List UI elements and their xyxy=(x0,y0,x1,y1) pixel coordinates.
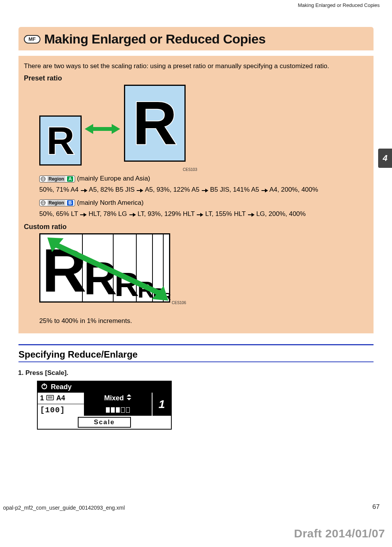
lcd-zoom: [100] xyxy=(40,406,65,415)
footer-page-number: 67 xyxy=(372,503,380,511)
ratio-part: A5, 93%, 122% A5 xyxy=(143,186,201,193)
region-label: Region xyxy=(47,176,65,182)
region-a-note: (mainly Europe and Asia) xyxy=(77,175,150,182)
ratio-part: 50%, 71% A4 xyxy=(39,186,80,193)
custom-figure: R R R R R R CES106 xyxy=(39,233,368,314)
ratio-part: 50%, 65% LT xyxy=(39,210,80,217)
preset-figure: R R CES103 xyxy=(39,85,368,169)
lcd-paper-size: A4 xyxy=(56,394,65,402)
region-a-line: Region A (mainly Europe and Asia) xyxy=(39,175,368,182)
svg-rect-2 xyxy=(92,127,112,131)
lcd-panel: Ready 1 A4 M xyxy=(37,381,172,430)
tray-icon xyxy=(46,394,54,402)
arrow-right-icon xyxy=(201,186,208,193)
ratio-part: A5, 82% B5 JIS xyxy=(87,186,137,193)
svg-marker-20 xyxy=(133,213,136,217)
lcd-row-2: [100] xyxy=(38,404,152,416)
steps-list: Press [Scale]. Ready 1 xyxy=(25,369,374,430)
region-letter: A xyxy=(67,176,74,182)
region-b-note: (mainly North America) xyxy=(77,199,144,206)
preset-large-r: R xyxy=(132,92,177,154)
lcd-copies: 1 xyxy=(152,393,171,416)
diagonal-double-arrow-icon xyxy=(40,234,171,304)
figure-caption: CES103 xyxy=(183,167,197,172)
lcd-status: Ready xyxy=(51,383,72,391)
ratio-part: B5 JIS, 141% A5 xyxy=(208,186,261,193)
arrow-right-icon xyxy=(80,210,87,217)
ratio-part: A4, 200%, 400% xyxy=(268,186,318,193)
arrow-right-icon xyxy=(80,186,87,193)
arrow-right-icon xyxy=(196,210,203,217)
svg-marker-11 xyxy=(205,189,208,192)
rule-top xyxy=(18,344,374,345)
page-content: MF Making Enlarged or Reduced Copies The… xyxy=(18,27,374,433)
ratio-part: LT, 93%, 129% HLT xyxy=(136,210,197,217)
ratio-part: LT, 155% HLT xyxy=(203,210,247,217)
custom-heading: Custom ratio xyxy=(24,223,368,231)
preset-small-r: R xyxy=(47,121,74,160)
intro-text: There are two ways to set the scaling ra… xyxy=(24,61,368,71)
section-title: Specifying Reduce/Enlarge xyxy=(18,349,374,360)
region-b-line: Region B (mainly North America) xyxy=(39,199,368,207)
mf-badge: MF xyxy=(24,35,40,43)
body-area: There are two ways to set the scaling ra… xyxy=(18,56,374,333)
chapter-side-tab: 4 xyxy=(378,149,392,168)
lcd-density-bar xyxy=(84,404,152,416)
svg-marker-1 xyxy=(112,124,120,134)
svg-line-27 xyxy=(54,244,162,294)
region-a-badge: Region A xyxy=(39,176,75,182)
svg-rect-30 xyxy=(47,395,54,400)
globe-icon xyxy=(40,176,46,182)
ratio-part: HLT, 78% LG xyxy=(87,210,129,217)
svg-marker-7 xyxy=(84,189,87,192)
region-letter: B xyxy=(67,200,74,206)
lcd-row-1: 1 A4 Mixed xyxy=(38,393,152,404)
ratio-part: LG, 200%, 400% xyxy=(255,210,306,217)
region-b-ratios: 50%, 65% LT HLT, 78% LG LT, 93%, 129% HL… xyxy=(39,209,368,219)
lcd-bottom-row: Scale xyxy=(38,416,171,429)
svg-marker-13 xyxy=(265,189,268,192)
region-a-ratios: 50%, 71% A4 A5, 82% B5 JIS A5, 93%, 122%… xyxy=(39,185,368,195)
step-1-text: Press [Scale]. xyxy=(25,369,69,376)
region-label: Region xyxy=(47,200,65,206)
svg-marker-0 xyxy=(85,124,93,134)
region-b-badge: Region B xyxy=(39,199,75,206)
preset-heading: Preset ratio xyxy=(24,74,368,82)
power-icon xyxy=(41,383,48,391)
draft-stamp: Draft 2014/01/07 xyxy=(294,527,385,540)
arrow-right-icon xyxy=(261,186,268,193)
arrow-right-icon xyxy=(248,210,255,217)
svg-marker-33 xyxy=(127,394,131,396)
lcd-original-type: Mixed xyxy=(104,394,124,402)
rule-bottom xyxy=(18,361,374,362)
figure-caption: CES106 xyxy=(172,301,186,305)
svg-marker-24 xyxy=(251,213,255,217)
running-head: Making Enlarged or Reduced Copies xyxy=(298,2,380,8)
scale-button[interactable]: Scale xyxy=(78,417,131,428)
custom-note: 25% to 400% in 1% increments. xyxy=(39,317,368,325)
arrow-right-icon xyxy=(136,186,143,193)
arrow-right-icon xyxy=(129,210,136,217)
up-down-icon xyxy=(126,394,132,403)
lcd-tray-num: 1 xyxy=(40,394,44,402)
page-title: Making Enlarged or Reduced Copies xyxy=(44,32,266,47)
globe-icon xyxy=(40,200,46,206)
title-bar: MF Making Enlarged or Reduced Copies xyxy=(18,27,374,50)
step-1: Press [Scale]. Ready 1 xyxy=(25,369,374,430)
lcd-status-row: Ready xyxy=(38,381,171,393)
double-arrow-icon xyxy=(85,123,120,135)
footer-filename: opal-p2_mf2_com_user_guide_00142093_eng.… xyxy=(3,505,125,511)
svg-marker-34 xyxy=(127,398,131,400)
